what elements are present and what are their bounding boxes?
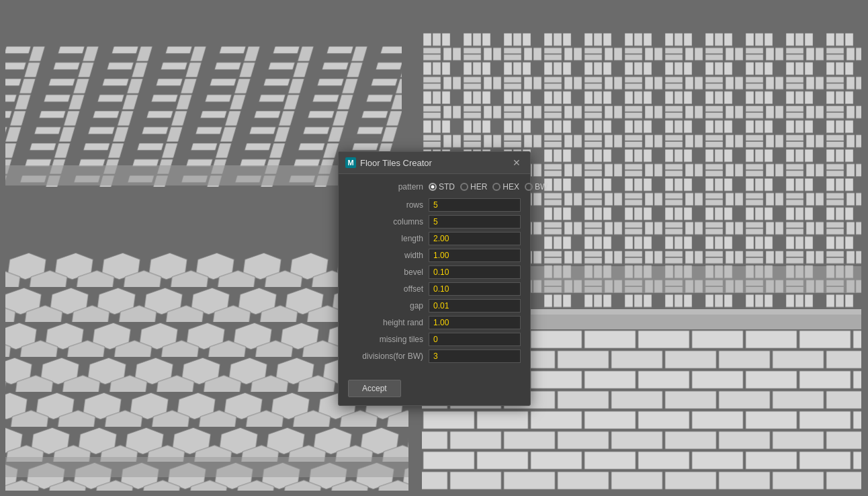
rows-input[interactable] <box>429 198 521 212</box>
bevel-label: bevel <box>348 267 429 277</box>
divisions-label: divisions(for BW) <box>348 352 429 361</box>
height-rand-row: height rand <box>348 316 521 329</box>
columns-row: columns <box>348 215 521 229</box>
radio-hex-label: HEX <box>503 182 519 192</box>
svg-rect-43 <box>422 470 861 491</box>
radio-her-label: HER <box>470 182 487 192</box>
bevel-row: bevel <box>348 265 521 279</box>
app-icon: M <box>345 157 356 168</box>
rows-row: rows <box>348 198 521 212</box>
radio-her[interactable]: HER <box>460 182 487 192</box>
columns-label: columns <box>348 217 429 226</box>
offset-label: offset <box>348 284 429 294</box>
length-row: length <box>348 232 521 245</box>
height-rand-label: height rand <box>348 318 429 327</box>
radio-bw-label: BW <box>535 182 548 192</box>
radio-hex[interactable]: HEX <box>492 182 519 192</box>
titlebar-left: M Floor Tiles Creator <box>345 157 432 168</box>
pattern-radio-group: STD HER HEX BW <box>429 182 548 192</box>
svg-rect-40 <box>422 410 861 430</box>
floor-tiles-dialog: M Floor Tiles Creator ✕ pattern STD HER <box>338 151 531 406</box>
missing-tiles-row: missing tiles <box>348 333 521 346</box>
divisions-input[interactable] <box>429 349 521 363</box>
columns-input[interactable] <box>429 215 521 229</box>
gap-label: gap <box>348 301 429 311</box>
dialog-footer: Accept <box>339 374 530 405</box>
rows-label: rows <box>348 200 429 210</box>
width-label: width <box>348 251 429 260</box>
gap-row: gap <box>348 299 521 313</box>
width-input[interactable] <box>429 249 521 262</box>
divisions-row: divisions(for BW) <box>348 349 521 363</box>
width-row: width <box>348 249 521 262</box>
dialog-title: Floor Tiles Creator <box>360 158 432 168</box>
offset-row: offset <box>348 282 521 296</box>
height-rand-input[interactable] <box>429 316 521 329</box>
offset-input[interactable] <box>429 282 521 296</box>
length-input[interactable] <box>429 232 521 245</box>
gap-input[interactable] <box>429 299 521 313</box>
radio-std[interactable]: STD <box>429 182 455 192</box>
length-label: length <box>348 234 429 243</box>
svg-rect-30 <box>5 457 408 477</box>
radio-std-label: STD <box>439 182 455 192</box>
bevel-input[interactable] <box>429 265 521 279</box>
accept-button[interactable]: Accept <box>348 380 401 397</box>
radio-bw[interactable]: BW <box>525 182 548 192</box>
dialog-titlebar: M Floor Tiles Creator ✕ <box>339 152 530 174</box>
dialog-body: pattern STD HER HEX BW <box>339 174 530 374</box>
missing-tiles-label: missing tiles <box>348 335 429 344</box>
radio-hex-dot <box>492 183 501 191</box>
close-button[interactable]: ✕ <box>510 157 523 169</box>
svg-rect-42 <box>422 450 861 470</box>
missing-tiles-input[interactable] <box>429 333 521 346</box>
pattern-label: pattern <box>348 182 429 192</box>
radio-her-dot <box>460 183 468 191</box>
pattern-row: pattern STD HER HEX BW <box>348 182 521 192</box>
radio-bw-dot <box>525 183 533 191</box>
svg-rect-41 <box>422 430 861 450</box>
radio-std-dot <box>429 183 437 191</box>
